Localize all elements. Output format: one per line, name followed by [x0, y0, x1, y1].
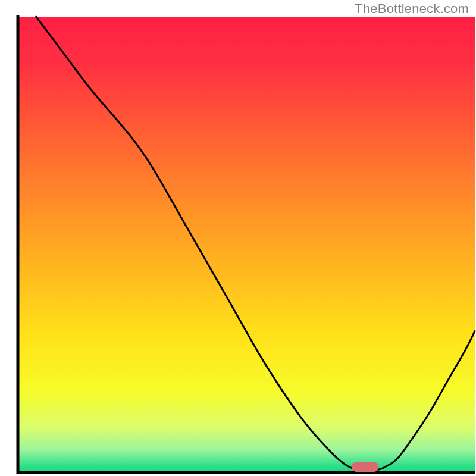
watermark-text: TheBottleneck.com	[355, 1, 469, 17]
chart-container: TheBottleneck.com	[0, 0, 476, 476]
bottleneck-chart	[0, 0, 476, 476]
optimal-marker	[352, 462, 379, 472]
